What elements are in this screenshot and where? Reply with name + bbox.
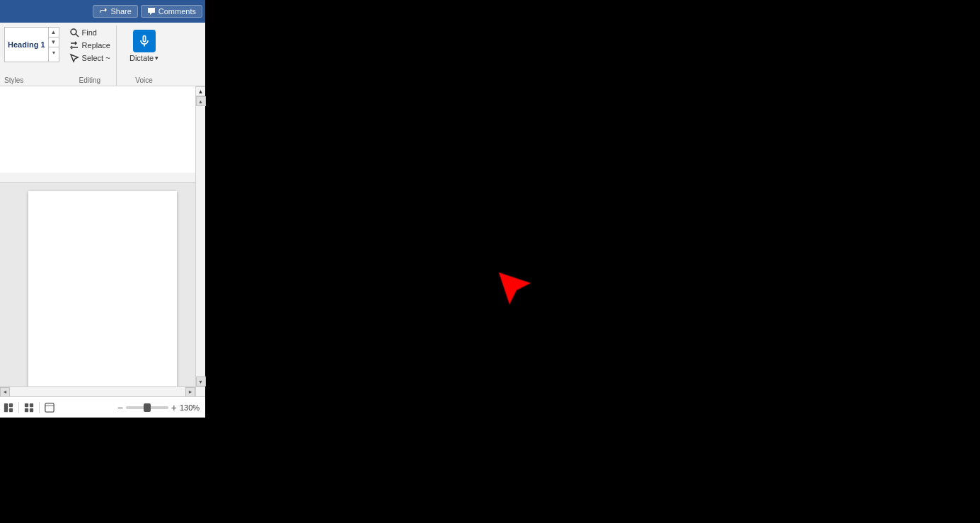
- find-label: Find: [82, 28, 97, 37]
- svg-rect-9: [45, 403, 54, 411]
- dictate-button[interactable]: Dictate ▾: [122, 27, 166, 65]
- voice-label: Voice: [135, 75, 152, 84]
- replace-label: Replace: [82, 41, 110, 50]
- share-button[interactable]: Share: [93, 5, 137, 18]
- select-button[interactable]: Select ~: [68, 52, 112, 64]
- dictate-label-text: Dictate ▾: [129, 54, 158, 62]
- document-page: [28, 191, 177, 396]
- status-divider-1: [18, 402, 19, 413]
- zoom-controls: − + 130%: [117, 402, 202, 413]
- dictate-icon: [133, 30, 156, 52]
- svg-line-1: [76, 34, 79, 37]
- heading-style-label: Heading 1: [8, 40, 45, 49]
- replace-button[interactable]: Replace: [68, 40, 112, 51]
- scrollbar-bottom: ◄ ►: [0, 386, 195, 396]
- status-divider-2: [39, 402, 40, 413]
- ribbon-collapse-button[interactable]: ▲: [195, 86, 205, 96]
- style-box-controls: ▲ ▼ ▾: [49, 27, 59, 62]
- scroll-track-right[interactable]: [196, 106, 205, 377]
- styles-section-label: Styles: [4, 75, 59, 84]
- find-button[interactable]: Find: [68, 27, 112, 38]
- ribbon-top-bar: Share Comments: [0, 0, 205, 23]
- ruler: [0, 173, 205, 183]
- style-expand[interactable]: ▾: [49, 47, 59, 57]
- black-background: [209, 0, 980, 523]
- dictate-text: Dictate: [129, 54, 154, 62]
- scroll-right-button[interactable]: ►: [185, 387, 195, 397]
- grid-view-icon[interactable]: [23, 402, 35, 413]
- ribbon-section: Heading 1 ▲ ▼ ▾ Styles: [0, 23, 205, 86]
- voice-group: Dictate ▾ Voice: [118, 25, 170, 86]
- scroll-down-button[interactable]: ▼: [196, 377, 206, 386]
- zoom-thumb[interactable]: [144, 403, 151, 412]
- select-icon: [69, 53, 79, 63]
- word-panel: Share Comments Heading 1 ▲ ▼ ▾ Styles: [0, 0, 205, 418]
- zoom-plus-button[interactable]: +: [171, 402, 177, 413]
- zoom-minus-button[interactable]: −: [117, 402, 123, 413]
- resize-corner[interactable]: [195, 386, 205, 396]
- select-label: Select ~: [82, 54, 110, 62]
- layout-icon[interactable]: [3, 402, 14, 413]
- style-scroll-up[interactable]: ▲: [49, 28, 59, 38]
- zoom-slider[interactable]: [126, 406, 168, 409]
- zoom-percentage: 130%: [180, 403, 202, 412]
- editing-label: Editing: [79, 75, 100, 84]
- svg-rect-2: [4, 403, 8, 411]
- comments-button[interactable]: Comments: [141, 5, 202, 18]
- document-area: [0, 183, 205, 418]
- styles-group: Heading 1 ▲ ▼ ▾ Styles: [1, 25, 62, 86]
- scrollbar-right: ▲ ▼: [195, 96, 205, 386]
- scroll-left-button[interactable]: ◄: [0, 387, 10, 397]
- editing-group: Find Replace Selec: [64, 25, 117, 86]
- svg-rect-7: [25, 408, 28, 411]
- svg-rect-4: [9, 408, 13, 411]
- svg-rect-3: [9, 403, 13, 406]
- scroll-track-bottom[interactable]: [10, 387, 185, 396]
- dictate-chevron: ▾: [155, 54, 158, 62]
- style-scroll-down[interactable]: ▼: [49, 38, 59, 47]
- svg-rect-5: [25, 403, 28, 406]
- svg-point-0: [71, 29, 76, 35]
- scroll-up-button[interactable]: ▲: [196, 96, 206, 106]
- replace-icon: [69, 40, 79, 50]
- find-icon: [69, 28, 79, 38]
- status-bar: − + 130%: [0, 396, 205, 418]
- share-label: Share: [110, 7, 131, 16]
- heading-style-box[interactable]: Heading 1: [4, 27, 49, 62]
- web-layout-icon[interactable]: [44, 402, 55, 413]
- svg-rect-6: [30, 403, 33, 406]
- svg-rect-8: [30, 408, 33, 411]
- comments-label: Comments: [158, 7, 196, 16]
